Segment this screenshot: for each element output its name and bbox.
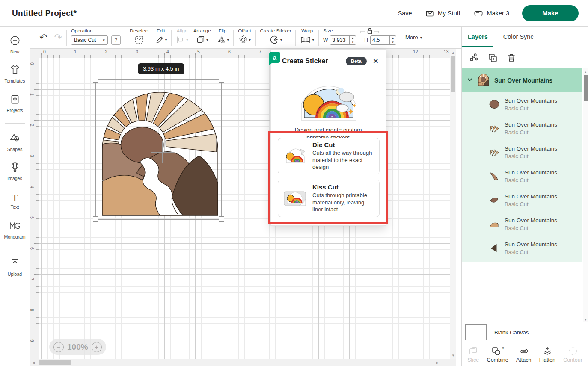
app-header: Untitled Project* Save My Stuff Maker 3 … [0,0,588,27]
canvas-vertical-scrollbar[interactable]: ▲ ▼ [450,49,456,359]
panel-scroll-thumb[interactable] [584,75,588,101]
selection-handle-nw[interactable] [93,77,98,83]
cutting-machine-icon [473,9,484,18]
group-thumbnail [477,73,490,88]
more-button[interactable]: More ▾ [405,34,422,41]
selection-bounding-box[interactable] [95,79,222,220]
layer-row[interactable]: Sun Over MountainsBasic Cut [462,92,582,116]
layer-thumbnail-slope [488,171,500,182]
selection-handle-ne[interactable] [219,77,224,83]
die-cut-option[interactable]: Die Cut Cuts all the way through materia… [278,138,380,174]
die-cut-description: Cuts all the way through material to the… [312,150,375,171]
warp-button[interactable]: ▾ [300,34,314,46]
group-button[interactable] [469,53,479,63]
caret-down-icon: ▾ [420,35,422,40]
vertical-scroll-thumb[interactable] [451,56,455,92]
my-stuff-button[interactable]: My Stuff [425,9,460,18]
scroll-down-icon[interactable]: ▼ [583,317,588,322]
selection-handle-se[interactable] [219,216,224,222]
layer-thumbnail-rays [488,123,500,134]
undo-button[interactable]: ↶ [39,32,47,43]
canvas-area: 0 1 2 3 4 5 6 7 8 9 10 11 12 13 0 1 2 3 … [30,49,461,366]
redo-button[interactable]: ↷ [54,32,62,43]
selection-handle-sw[interactable] [93,216,98,222]
blank-canvas-row[interactable]: Blank Canvas [462,322,588,342]
tab-layers[interactable]: Layers [468,33,488,40]
height-stepper[interactable]: ▲ ▼ [389,36,396,44]
layer-row[interactable]: Sun Over MountainsBasic Cut [462,116,582,140]
scroll-up-icon[interactable]: ▲ [583,69,588,75]
blank-canvas-label: Blank Canvas [494,329,529,336]
blank-canvas-thumbnail [465,324,487,340]
layer-thumbnail-dark-mountain [488,242,500,254]
sidebar-divider [5,123,25,124]
layer-thumbnail-hill [488,218,500,230]
panel-scrollbar[interactable]: ▲ ▼ [583,68,588,323]
upload-arrow-icon [9,263,21,270]
sidebar-item-shapes[interactable]: Shapes [0,133,30,152]
sidebar-item-templates[interactable]: Templates [0,64,30,83]
deselect-button[interactable] [134,34,144,46]
make-button[interactable]: Make [522,5,579,21]
layer-row[interactable]: Sun Over MountainsBasic Cut [462,188,582,212]
horizontal-ruler: 0 1 2 3 4 5 6 7 8 9 10 11 12 13 [39,49,450,58]
width-input-field: ▲ ▼ [330,35,356,45]
combine-button[interactable]: ▾ Combine [487,346,508,363]
trash-icon [506,53,517,63]
zoom-control: − 100% + [49,339,106,355]
layer-group-header[interactable]: Sun Over Mountains [462,68,582,92]
zoom-in-button[interactable]: + [92,342,102,352]
arrange-button[interactable]: ▾ [196,34,208,46]
sidebar-item-images[interactable]: Images [0,162,30,181]
sidebar-item-text[interactable]: T Text [0,192,30,210]
flatten-button[interactable]: Flatten [539,346,555,363]
contour-icon [568,346,578,356]
scroll-down-icon[interactable]: ▼ [450,352,456,358]
caret-down-icon: ▾ [165,38,167,42]
zoom-out-button[interactable]: − [53,342,64,352]
sidebar-item-new[interactable]: New [0,35,30,54]
contour-button[interactable]: Contour [563,346,582,363]
flip-mirror-icon [216,35,226,44]
horizontal-scroll-thumb[interactable] [39,360,71,365]
sidebar-item-upload[interactable]: Upload [0,257,30,277]
duplicate-button[interactable] [487,53,498,63]
kiss-cut-option[interactable]: Kiss Cut Cuts through printable material… [278,180,380,217]
layer-thumbnail-rays [488,147,500,158]
left-sidebar: New Templates Projects Shapes Images T T… [0,27,30,366]
align-button[interactable]: ▾ [176,34,188,46]
offset-button[interactable]: ▾ [238,34,251,46]
layer-row[interactable]: Sun Over MountainsBasic Cut [462,140,582,164]
delete-button[interactable] [506,53,517,63]
canvas-horizontal-scrollbar[interactable]: ◀ ▶ [30,359,456,366]
width-stepper[interactable]: ▲ ▼ [349,36,356,44]
edit-button[interactable]: ▾ [155,34,167,46]
project-card-icon [9,99,21,106]
sidebar-item-projects[interactable]: Projects [0,94,30,113]
flip-button[interactable]: ▾ [216,34,229,46]
save-button[interactable]: Save [398,10,412,17]
layer-row[interactable]: Sun Over MountainsBasic Cut [462,212,582,236]
machine-button[interactable]: Maker 3 [473,9,509,18]
operation-help-button[interactable]: ? [111,35,121,45]
create-sticker-button[interactable]: ▾ [269,34,282,46]
popup-title: Create Sticker [282,57,328,65]
caret-down-icon: ▾ [206,38,208,42]
monogram-icon [9,225,21,233]
my-stuff-label: My Stuff [438,10,460,17]
lock-aspect-icon[interactable] [360,27,380,38]
attach-button[interactable]: Attach [516,346,531,363]
width-input[interactable] [330,36,349,44]
layer-row[interactable]: Sun Over MountainsBasic Cut [462,164,582,188]
scroll-left-icon[interactable]: ◀ [30,359,37,366]
text-icon: T [12,192,18,203]
scroll-up-icon[interactable]: ▲ [450,50,456,56]
sidebar-item-monogram[interactable]: Monogram [0,220,30,239]
tab-color-sync[interactable]: Color Sync [503,33,534,40]
layer-row[interactable]: Sun Over MountainsBasic Cut [462,236,582,260]
close-icon[interactable]: ✕ [373,57,379,66]
slice-button[interactable]: Slice [467,346,479,363]
panel-tabs: Layers Color Sync [462,27,588,47]
operation-select[interactable]: Basic Cut ▾ [71,35,108,45]
scroll-right-icon[interactable]: ▶ [434,359,441,366]
